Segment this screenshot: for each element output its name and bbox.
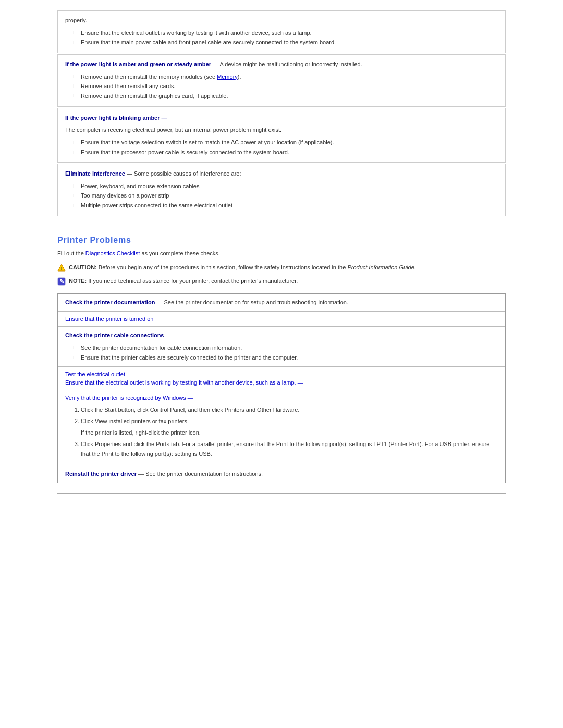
note-icon: ✎: [57, 277, 66, 286]
cable-connections-dash: —: [164, 332, 172, 338]
amber-heading-para: If the power light is amber and green or…: [65, 60, 498, 69]
printer-on-link[interactable]: Ensure that the printer is turned on: [65, 316, 498, 322]
caution-body: Before you begin any of the procedures i…: [97, 264, 348, 270]
verify-windows-steps: Click the Start button, click Control Pa…: [65, 405, 498, 459]
top-bullet-2: Ensure that the main power cable and fro…: [76, 38, 498, 47]
interference-bullet-3: Multiple power strips connected to the s…: [76, 201, 498, 211]
cable-connections-heading: Check the printer cable connections: [65, 332, 164, 338]
caution-label: CAUTION:: [69, 264, 97, 270]
blinking-bullet-2: Ensure that the processor power cable is…: [76, 147, 498, 157]
note-text: NOTE: If you need technical assistance f…: [69, 277, 298, 286]
cable-bullet-1: See the printer documentation for cable …: [76, 343, 498, 353]
table-row-printer-on: Ensure that the printer is turned on: [58, 312, 505, 327]
caution-row: ! CAUTION: Before you begin any of the p…: [57, 263, 506, 273]
amber-bullet-3: Remove and then reinstall the graphics c…: [76, 91, 498, 101]
blinking-heading-para: If the power light is blinking amber —: [65, 114, 498, 123]
reinstall-driver-dash: — See the printer documentation for inst…: [137, 471, 263, 477]
verify-step-2: Click View installed printers or fax pri…: [81, 416, 498, 437]
table-row-electrical-outlet: Test the electrical outlet — Ensure that…: [58, 367, 505, 390]
amber-bullet-list: Remove and then reinstall the memory mod…: [65, 72, 498, 101]
blinking-bullet-list: Ensure that the voltage selection switch…: [65, 138, 498, 157]
blinking-amber-section: If the power light is blinking amber — T…: [57, 108, 506, 163]
verify-windows-link[interactable]: Verify that the printer is recognized by…: [65, 394, 498, 401]
note-label: NOTE:: [69, 278, 87, 284]
printer-table: Check the printer documentation — See th…: [57, 293, 506, 484]
amber-bullet-1: Remove and then reinstall the memory mod…: [76, 72, 498, 82]
note-body: If you need technical assistance for you…: [87, 278, 298, 284]
caution-icon: !: [57, 264, 66, 272]
table-row-reinstall-driver: Reinstall the printer driver — See the p…: [58, 465, 505, 483]
fill-out-end: as you complete these checks.: [140, 250, 219, 256]
verify-step-3: Click Properties and click the Ports tab…: [81, 439, 498, 459]
interference-bullet-2: Too many devices on a power strip: [76, 191, 498, 201]
interference-bullet-list: Power, keyboard, and mouse extension cab…: [65, 181, 498, 211]
interference-bullet-1: Power, keyboard, and mouse extension cab…: [76, 181, 498, 191]
amber-bullet-2: Remove and then reinstall any cards.: [76, 81, 498, 91]
cable-bullet-2: Ensure that the printer cables are secur…: [76, 353, 498, 363]
amber-green-section: If the power light is amber and green or…: [57, 54, 506, 107]
verify-step-1: Click the Start button, click Control Pa…: [81, 405, 498, 415]
top-power-section: properly. Ensure that the electrical out…: [57, 10, 506, 53]
check-docs-heading: Check the printer documentation: [65, 299, 155, 305]
caution-end: .: [414, 264, 416, 270]
table-row-verify-windows: Verify that the printer is recognized by…: [58, 390, 505, 465]
printer-problems-heading: Printer Problems: [57, 236, 506, 245]
svg-text:✎: ✎: [59, 278, 64, 285]
amber-heading-dash: — A device might be malfunctioning or in…: [211, 61, 362, 67]
table-row-cable-connections: Check the printer cable connections — Se…: [58, 327, 505, 367]
cable-connections-bullets: See the printer documentation for cable …: [65, 343, 498, 362]
top-bullet-list: Ensure that the electrical outlet is wor…: [65, 28, 498, 47]
top-bullet-1: Ensure that the electrical outlet is wor…: [76, 28, 498, 38]
note-row: ✎ NOTE: If you need technical assistance…: [57, 277, 506, 286]
interference-heading-para: Eliminate interference — Some possible c…: [65, 169, 498, 179]
blinking-heading: If the power light is blinking amber —: [65, 115, 167, 121]
caution-italic: Product Information Guide: [347, 264, 414, 270]
diagnostics-link[interactable]: Diagnostics Checklist: [85, 250, 140, 256]
memory-link[interactable]: Memory: [217, 73, 238, 80]
test-outlet-sub[interactable]: Ensure that the electrical outlet is wor…: [65, 379, 498, 386]
blinking-body: The computer is receiving electrical pow…: [65, 126, 498, 135]
blinking-bullet-1: Ensure that the voltage selection switch…: [76, 138, 498, 147]
diagnostics-intro: Fill out the Diagnostics Checklist as yo…: [57, 249, 506, 258]
section-divider: [57, 226, 506, 226]
test-outlet-link[interactable]: Test the electrical outlet —: [65, 371, 498, 377]
table-row-check-docs: Check the printer documentation — See th…: [58, 294, 505, 312]
verify-step-2b: If the printer is listed, right-click th…: [81, 428, 498, 438]
svg-text:!: !: [61, 266, 63, 271]
interference-section: Eliminate interference — Some possible c…: [57, 164, 506, 216]
properly-text: properly.: [65, 16, 498, 26]
bottom-divider: [57, 493, 506, 494]
reinstall-driver-heading: Reinstall the printer driver: [65, 471, 137, 477]
interference-heading: Eliminate interference: [65, 170, 125, 177]
caution-text: CAUTION: Before you begin any of the pro…: [69, 263, 416, 273]
interference-dash: — Some possible causes of interference a…: [125, 170, 241, 177]
fill-out-text: Fill out the: [57, 250, 85, 256]
amber-heading: If the power light is amber and green or…: [65, 61, 211, 67]
check-docs-dash: — See the printer documentation for setu…: [155, 299, 348, 305]
